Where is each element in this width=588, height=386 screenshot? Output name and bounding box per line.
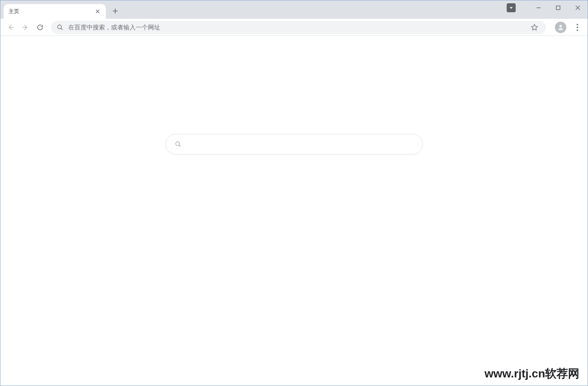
svg-point-1 <box>58 25 61 29</box>
profile-button[interactable] <box>555 22 566 33</box>
bookmark-button[interactable] <box>529 22 540 33</box>
more-vertical-icon <box>577 24 578 31</box>
close-window-button[interactable] <box>568 2 588 14</box>
toolbar <box>0 19 588 36</box>
svg-point-5 <box>577 29 578 31</box>
triangle-down-icon <box>509 5 514 10</box>
new-tab-button[interactable] <box>109 5 121 17</box>
reload-icon <box>36 24 44 31</box>
close-tab-button[interactable] <box>94 8 101 15</box>
maximize-icon <box>556 5 561 10</box>
minimize-button[interactable] <box>529 2 548 14</box>
svg-point-2 <box>559 25 562 27</box>
tab-title: 主页 <box>9 8 94 15</box>
svg-point-3 <box>577 24 578 25</box>
arrow-right-icon <box>22 24 29 31</box>
center-search-box[interactable] <box>165 134 423 154</box>
browser-menu-button[interactable] <box>571 21 584 33</box>
back-button[interactable] <box>4 21 17 33</box>
maximize-button[interactable] <box>548 2 568 14</box>
center-search-input[interactable] <box>187 141 414 148</box>
search-icon <box>57 24 63 31</box>
window-controls <box>507 0 588 15</box>
close-icon <box>96 9 100 13</box>
arrow-left-icon <box>7 24 14 31</box>
svg-point-6 <box>176 142 179 145</box>
address-bar[interactable] <box>51 21 546 34</box>
omnibox-input[interactable] <box>68 24 529 31</box>
search-icon <box>175 141 181 147</box>
minimize-icon <box>536 5 541 10</box>
close-icon <box>575 5 580 10</box>
tab-active[interactable]: 主页 <box>4 4 106 19</box>
person-icon <box>557 24 564 31</box>
plus-icon <box>112 8 118 14</box>
extension-dropdown-button[interactable] <box>507 3 516 12</box>
svg-point-4 <box>577 27 578 28</box>
svg-rect-0 <box>557 6 560 10</box>
watermark-text: www.rjtj.cn软荐网 <box>485 366 579 382</box>
reload-button[interactable] <box>34 21 46 33</box>
forward-button[interactable] <box>19 21 31 33</box>
page-content: www.rjtj.cn软荐网 <box>0 36 588 386</box>
star-icon <box>531 24 538 31</box>
tab-strip: 主页 <box>0 0 588 19</box>
